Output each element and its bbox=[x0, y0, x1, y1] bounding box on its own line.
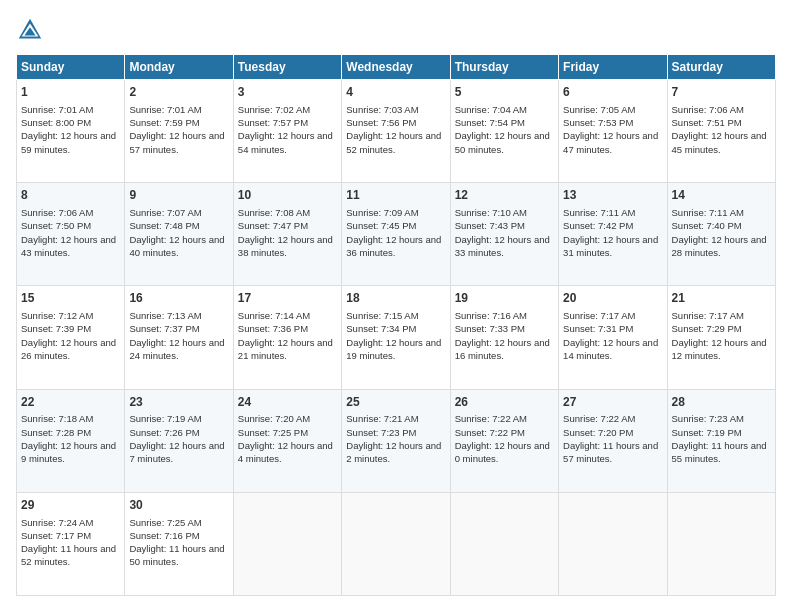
sunset-label: Sunset: 7:43 PM bbox=[455, 220, 525, 231]
calendar-cell: 12Sunrise: 7:10 AMSunset: 7:43 PMDayligh… bbox=[450, 183, 558, 286]
calendar-cell: 10Sunrise: 7:08 AMSunset: 7:47 PMDayligh… bbox=[233, 183, 341, 286]
day-number: 28 bbox=[672, 394, 771, 411]
daylight-label: Daylight: 12 hours and 9 minutes. bbox=[21, 440, 116, 464]
calendar-cell bbox=[342, 492, 450, 595]
day-number: 15 bbox=[21, 290, 120, 307]
calendar-cell: 29Sunrise: 7:24 AMSunset: 7:17 PMDayligh… bbox=[17, 492, 125, 595]
sunset-label: Sunset: 7:23 PM bbox=[346, 427, 416, 438]
daylight-label: Daylight: 11 hours and 50 minutes. bbox=[129, 543, 224, 567]
calendar-cell: 1Sunrise: 7:01 AMSunset: 8:00 PMDaylight… bbox=[17, 80, 125, 183]
calendar-cell: 2Sunrise: 7:01 AMSunset: 7:59 PMDaylight… bbox=[125, 80, 233, 183]
sunrise-label: Sunrise: 7:12 AM bbox=[21, 310, 93, 321]
sunrise-label: Sunrise: 7:18 AM bbox=[21, 413, 93, 424]
sunset-label: Sunset: 7:59 PM bbox=[129, 117, 199, 128]
calendar-cell: 11Sunrise: 7:09 AMSunset: 7:45 PMDayligh… bbox=[342, 183, 450, 286]
week-row-2: 8Sunrise: 7:06 AMSunset: 7:50 PMDaylight… bbox=[17, 183, 776, 286]
weekday-friday: Friday bbox=[559, 55, 667, 80]
day-number: 12 bbox=[455, 187, 554, 204]
daylight-label: Daylight: 12 hours and 12 minutes. bbox=[672, 337, 767, 361]
sunset-label: Sunset: 7:57 PM bbox=[238, 117, 308, 128]
sunset-label: Sunset: 7:29 PM bbox=[672, 323, 742, 334]
daylight-label: Daylight: 12 hours and 7 minutes. bbox=[129, 440, 224, 464]
week-row-4: 22Sunrise: 7:18 AMSunset: 7:28 PMDayligh… bbox=[17, 389, 776, 492]
weekday-tuesday: Tuesday bbox=[233, 55, 341, 80]
week-row-1: 1Sunrise: 7:01 AMSunset: 8:00 PMDaylight… bbox=[17, 80, 776, 183]
calendar-cell: 6Sunrise: 7:05 AMSunset: 7:53 PMDaylight… bbox=[559, 80, 667, 183]
sunset-label: Sunset: 7:50 PM bbox=[21, 220, 91, 231]
calendar-cell: 8Sunrise: 7:06 AMSunset: 7:50 PMDaylight… bbox=[17, 183, 125, 286]
sunrise-label: Sunrise: 7:05 AM bbox=[563, 104, 635, 115]
sunset-label: Sunset: 7:16 PM bbox=[129, 530, 199, 541]
daylight-label: Daylight: 12 hours and 57 minutes. bbox=[129, 130, 224, 154]
sunrise-label: Sunrise: 7:21 AM bbox=[346, 413, 418, 424]
day-number: 3 bbox=[238, 84, 337, 101]
day-number: 6 bbox=[563, 84, 662, 101]
daylight-label: Daylight: 12 hours and 19 minutes. bbox=[346, 337, 441, 361]
day-number: 11 bbox=[346, 187, 445, 204]
day-number: 30 bbox=[129, 497, 228, 514]
day-number: 5 bbox=[455, 84, 554, 101]
sunrise-label: Sunrise: 7:20 AM bbox=[238, 413, 310, 424]
calendar-cell: 19Sunrise: 7:16 AMSunset: 7:33 PMDayligh… bbox=[450, 286, 558, 389]
day-number: 22 bbox=[21, 394, 120, 411]
sunrise-label: Sunrise: 7:25 AM bbox=[129, 517, 201, 528]
calendar-cell: 7Sunrise: 7:06 AMSunset: 7:51 PMDaylight… bbox=[667, 80, 775, 183]
sunset-label: Sunset: 7:48 PM bbox=[129, 220, 199, 231]
sunset-label: Sunset: 7:19 PM bbox=[672, 427, 742, 438]
sunset-label: Sunset: 7:40 PM bbox=[672, 220, 742, 231]
daylight-label: Daylight: 12 hours and 33 minutes. bbox=[455, 234, 550, 258]
calendar-cell bbox=[559, 492, 667, 595]
calendar-cell: 18Sunrise: 7:15 AMSunset: 7:34 PMDayligh… bbox=[342, 286, 450, 389]
sunrise-label: Sunrise: 7:07 AM bbox=[129, 207, 201, 218]
day-number: 21 bbox=[672, 290, 771, 307]
daylight-label: Daylight: 12 hours and 0 minutes. bbox=[455, 440, 550, 464]
sunrise-label: Sunrise: 7:06 AM bbox=[672, 104, 744, 115]
sunset-label: Sunset: 7:53 PM bbox=[563, 117, 633, 128]
weekday-saturday: Saturday bbox=[667, 55, 775, 80]
sunset-label: Sunset: 7:20 PM bbox=[563, 427, 633, 438]
sunrise-label: Sunrise: 7:10 AM bbox=[455, 207, 527, 218]
calendar-cell: 23Sunrise: 7:19 AMSunset: 7:26 PMDayligh… bbox=[125, 389, 233, 492]
sunrise-label: Sunrise: 7:11 AM bbox=[563, 207, 635, 218]
sunrise-label: Sunrise: 7:13 AM bbox=[129, 310, 201, 321]
daylight-label: Daylight: 12 hours and 38 minutes. bbox=[238, 234, 333, 258]
calendar-cell: 3Sunrise: 7:02 AMSunset: 7:57 PMDaylight… bbox=[233, 80, 341, 183]
day-number: 20 bbox=[563, 290, 662, 307]
sunrise-label: Sunrise: 7:11 AM bbox=[672, 207, 744, 218]
day-number: 8 bbox=[21, 187, 120, 204]
daylight-label: Daylight: 12 hours and 59 minutes. bbox=[21, 130, 116, 154]
sunrise-label: Sunrise: 7:22 AM bbox=[563, 413, 635, 424]
calendar-cell: 17Sunrise: 7:14 AMSunset: 7:36 PMDayligh… bbox=[233, 286, 341, 389]
sunrise-label: Sunrise: 7:04 AM bbox=[455, 104, 527, 115]
daylight-label: Daylight: 12 hours and 36 minutes. bbox=[346, 234, 441, 258]
daylight-label: Daylight: 12 hours and 28 minutes. bbox=[672, 234, 767, 258]
daylight-label: Daylight: 11 hours and 57 minutes. bbox=[563, 440, 658, 464]
sunrise-label: Sunrise: 7:09 AM bbox=[346, 207, 418, 218]
day-number: 1 bbox=[21, 84, 120, 101]
sunset-label: Sunset: 7:36 PM bbox=[238, 323, 308, 334]
daylight-label: Daylight: 12 hours and 21 minutes. bbox=[238, 337, 333, 361]
weekday-sunday: Sunday bbox=[17, 55, 125, 80]
daylight-label: Daylight: 12 hours and 43 minutes. bbox=[21, 234, 116, 258]
calendar-cell: 22Sunrise: 7:18 AMSunset: 7:28 PMDayligh… bbox=[17, 389, 125, 492]
sunset-label: Sunset: 7:33 PM bbox=[455, 323, 525, 334]
week-row-3: 15Sunrise: 7:12 AMSunset: 7:39 PMDayligh… bbox=[17, 286, 776, 389]
calendar-cell: 15Sunrise: 7:12 AMSunset: 7:39 PMDayligh… bbox=[17, 286, 125, 389]
sunrise-label: Sunrise: 7:16 AM bbox=[455, 310, 527, 321]
sunset-label: Sunset: 7:45 PM bbox=[346, 220, 416, 231]
daylight-label: Daylight: 12 hours and 54 minutes. bbox=[238, 130, 333, 154]
weekday-wednesday: Wednesday bbox=[342, 55, 450, 80]
calendar-cell: 16Sunrise: 7:13 AMSunset: 7:37 PMDayligh… bbox=[125, 286, 233, 389]
sunrise-label: Sunrise: 7:01 AM bbox=[129, 104, 201, 115]
calendar-table: SundayMondayTuesdayWednesdayThursdayFrid… bbox=[16, 54, 776, 596]
weekday-header-row: SundayMondayTuesdayWednesdayThursdayFrid… bbox=[17, 55, 776, 80]
sunrise-label: Sunrise: 7:22 AM bbox=[455, 413, 527, 424]
calendar-cell: 25Sunrise: 7:21 AMSunset: 7:23 PMDayligh… bbox=[342, 389, 450, 492]
day-number: 23 bbox=[129, 394, 228, 411]
sunset-label: Sunset: 7:47 PM bbox=[238, 220, 308, 231]
calendar-cell: 27Sunrise: 7:22 AMSunset: 7:20 PMDayligh… bbox=[559, 389, 667, 492]
sunrise-label: Sunrise: 7:15 AM bbox=[346, 310, 418, 321]
sunrise-label: Sunrise: 7:17 AM bbox=[563, 310, 635, 321]
logo-icon bbox=[16, 16, 44, 44]
daylight-label: Daylight: 12 hours and 14 minutes. bbox=[563, 337, 658, 361]
